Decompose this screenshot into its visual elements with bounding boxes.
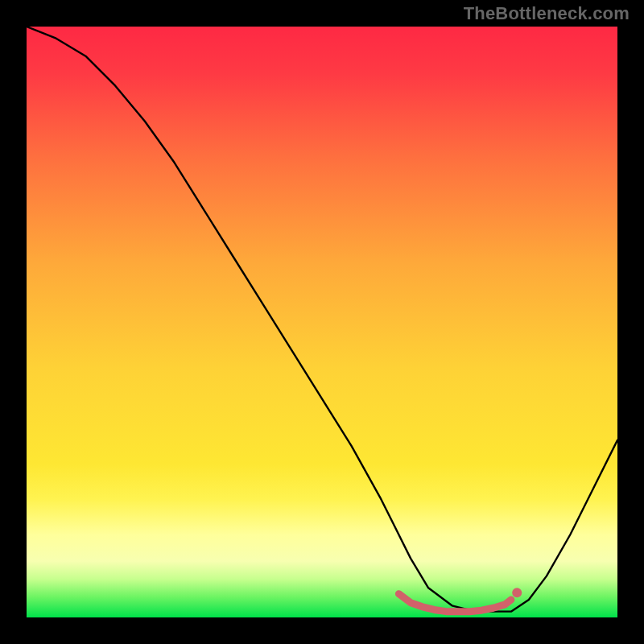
optimal-range-end-dot [512,588,522,597]
chart-container: TheBottleneck.com [0,0,644,644]
gradient-background [27,27,617,617]
watermark-text: TheBottleneck.com [464,3,630,24]
chart-svg [27,27,617,617]
plot-area [27,27,617,617]
